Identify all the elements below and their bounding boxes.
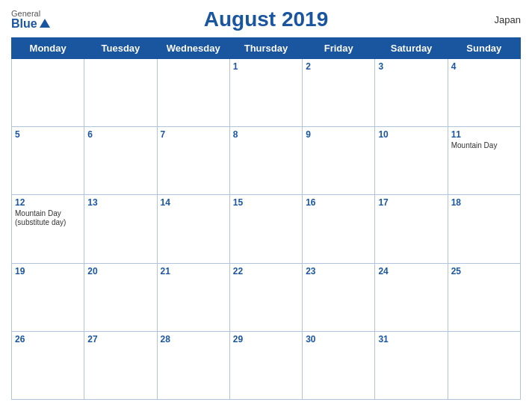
calendar-cell: 2	[303, 59, 375, 127]
calendar-cell: 13	[84, 195, 157, 263]
day-number: 30	[306, 334, 371, 344]
calendar-cell: 15	[229, 195, 302, 263]
header-saturday: Saturday	[375, 38, 448, 59]
calendar-week-row: 262728293031	[12, 331, 521, 399]
calendar-week-row: 12Mountain Day (substitute day)131415161…	[12, 195, 521, 263]
month-title: August 2019	[204, 7, 329, 31]
calendar-cell: 19	[12, 263, 84, 331]
day-number: 28	[161, 334, 226, 344]
logo: General Blue	[11, 10, 50, 30]
calendar-week-row: 19202122232425	[12, 263, 521, 331]
day-number: 3	[378, 61, 444, 72]
calendar-cell: 6	[84, 127, 157, 195]
day-number: 19	[15, 266, 81, 276]
calendar-cell: 8	[229, 127, 302, 195]
day-number: 13	[87, 197, 153, 208]
logo-general-text: General	[11, 10, 40, 18]
logo-blue-text: Blue	[11, 18, 50, 30]
day-number: 16	[306, 197, 371, 208]
weekday-header-row: Monday Tuesday Wednesday Thursday Friday…	[12, 38, 521, 59]
calendar-table: Monday Tuesday Wednesday Thursday Friday…	[11, 37, 521, 400]
day-number: 1	[233, 61, 299, 72]
day-number: 20	[87, 266, 153, 276]
header-thursday: Thursday	[229, 38, 302, 59]
calendar-cell: 24	[375, 263, 448, 331]
calendar-cell	[12, 59, 84, 127]
holiday-name: Mountain Day (substitute day)	[15, 209, 81, 227]
day-number: 14	[161, 197, 226, 208]
day-number: 24	[378, 266, 444, 276]
calendar-cell: 31	[375, 331, 448, 399]
header-monday: Monday	[12, 38, 84, 59]
calendar-cell: 5	[12, 127, 84, 195]
day-number: 22	[233, 266, 299, 276]
holiday-name: Mountain Day	[451, 141, 517, 150]
calendar-cell: 20	[84, 263, 157, 331]
calendar-header: General Blue August 2019 Japan	[11, 7, 521, 31]
day-number: 18	[451, 197, 517, 208]
day-number: 31	[378, 334, 444, 344]
day-number: 25	[451, 266, 517, 276]
calendar-cell: 27	[84, 331, 157, 399]
calendar-cell: 28	[157, 331, 229, 399]
day-number: 7	[161, 129, 226, 140]
calendar-cell: 25	[448, 263, 520, 331]
calendar-wrapper: General Blue August 2019 Japan Monday Tu…	[0, 0, 532, 411]
calendar-body: 1234567891011Mountain Day12Mountain Day …	[12, 59, 521, 400]
day-number: 15	[233, 197, 299, 208]
header-friday: Friday	[303, 38, 375, 59]
day-number: 9	[306, 129, 371, 140]
calendar-cell: 17	[375, 195, 448, 263]
calendar-cell: 26	[12, 331, 84, 399]
header-sunday: Sunday	[448, 38, 520, 59]
country-label: Japan	[495, 14, 521, 25]
calendar-cell: 30	[303, 331, 375, 399]
day-number: 12	[15, 197, 81, 208]
calendar-cell: 29	[229, 331, 302, 399]
calendar-cell: 14	[157, 195, 229, 263]
calendar-cell: 7	[157, 127, 229, 195]
day-number: 5	[15, 129, 81, 140]
logo-triangle-icon	[40, 19, 50, 28]
calendar-cell: 1	[229, 59, 302, 127]
header-tuesday: Tuesday	[84, 38, 157, 59]
day-number: 17	[378, 197, 444, 208]
calendar-cell: 9	[303, 127, 375, 195]
calendar-week-row: 1234	[12, 59, 521, 127]
calendar-week-row: 567891011Mountain Day	[12, 127, 521, 195]
calendar-cell: 10	[375, 127, 448, 195]
day-number: 11	[451, 129, 517, 140]
day-number: 2	[306, 61, 371, 72]
calendar-cell: 3	[375, 59, 448, 127]
day-number: 4	[451, 61, 517, 72]
calendar-cell: 4	[448, 59, 520, 127]
calendar-cell: 22	[229, 263, 302, 331]
calendar-cell	[157, 59, 229, 127]
calendar-cell: 11Mountain Day	[448, 127, 520, 195]
calendar-cell: 18	[448, 195, 520, 263]
day-number: 29	[233, 334, 299, 344]
calendar-cell: 12Mountain Day (substitute day)	[12, 195, 84, 263]
day-number: 6	[87, 129, 153, 140]
day-number: 10	[378, 129, 444, 140]
day-number: 26	[15, 334, 81, 344]
calendar-cell	[84, 59, 157, 127]
calendar-cell: 21	[157, 263, 229, 331]
day-number: 21	[161, 266, 226, 276]
calendar-cell	[448, 331, 520, 399]
day-number: 27	[87, 334, 153, 344]
day-number: 8	[233, 129, 299, 140]
calendar-cell: 16	[303, 195, 375, 263]
day-number: 23	[306, 266, 371, 276]
header-wednesday: Wednesday	[157, 38, 229, 59]
calendar-cell: 23	[303, 263, 375, 331]
